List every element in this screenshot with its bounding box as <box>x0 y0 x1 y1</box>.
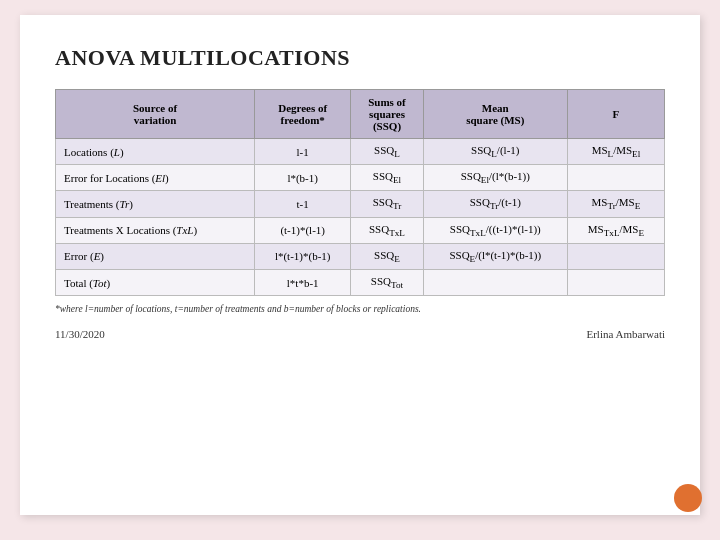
cell-ms <box>423 269 567 295</box>
cell-ms: SSQTr/(t-1) <box>423 191 567 217</box>
col-header-df: Degrees offreedom* <box>255 90 351 139</box>
footer-author: Erlina Ambarwati <box>586 328 665 340</box>
cell-ssq: SSQE <box>351 243 423 269</box>
cell-ssq: SSQEl <box>351 165 423 191</box>
cell-source: Error for Locations (El) <box>56 165 255 191</box>
anova-table: Source ofvariation Degrees offreedom* Su… <box>55 89 665 296</box>
cell-ssq: SSQL <box>351 139 423 165</box>
cell-df: (t-1)*(l-1) <box>255 217 351 243</box>
cell-source: Treatments (Tr) <box>56 191 255 217</box>
cell-df: l*t*b-1 <box>255 269 351 295</box>
cell-source: Locations (L) <box>56 139 255 165</box>
cell-ssq: SSQTxL <box>351 217 423 243</box>
footer-date: 11/30/2020 <box>55 328 105 340</box>
cell-ms: SSQE/(l*(t-1)*(b-1)) <box>423 243 567 269</box>
cell-f <box>567 269 664 295</box>
cell-ms: SSQEl/(l*(b-1)) <box>423 165 567 191</box>
table-row: Total (Tot) l*t*b-1 SSQTot <box>56 269 665 295</box>
cell-source: Treatments X Locations (TxL) <box>56 217 255 243</box>
table-row: Treatments (Tr) t-1 SSQTr SSQTr/(t-1) MS… <box>56 191 665 217</box>
cell-ssq: SSQTot <box>351 269 423 295</box>
cell-df: l*(t-1)*(b-1) <box>255 243 351 269</box>
cell-ms: SSQL/(l-1) <box>423 139 567 165</box>
cell-df: l*(b-1) <box>255 165 351 191</box>
col-header-ms: Meansquare (MS) <box>423 90 567 139</box>
cell-f: MSL/MSEl <box>567 139 664 165</box>
table-row: Treatments X Locations (TxL) (t-1)*(l-1)… <box>56 217 665 243</box>
footnote: *where l=number of locations, t=number o… <box>55 304 665 314</box>
cell-source: Error (E) <box>56 243 255 269</box>
cell-f <box>567 243 664 269</box>
col-header-source: Source ofvariation <box>56 90 255 139</box>
cell-f <box>567 165 664 191</box>
cell-df: l-1 <box>255 139 351 165</box>
table-row: Error (E) l*(t-1)*(b-1) SSQE SSQE/(l*(t-… <box>56 243 665 269</box>
cell-ms: SSQTxL/((t-1)*(l-1)) <box>423 217 567 243</box>
table-row: Error for Locations (El) l*(b-1) SSQEl S… <box>56 165 665 191</box>
col-header-ssq: Sums ofsquares(SSQ) <box>351 90 423 139</box>
page-title: ANOVA MULTILOCATIONS <box>55 45 665 71</box>
cell-ssq: SSQTr <box>351 191 423 217</box>
table-row: Locations (L) l-1 SSQL SSQL/(l-1) MSL/MS… <box>56 139 665 165</box>
cell-df: t-1 <box>255 191 351 217</box>
col-header-f: F <box>567 90 664 139</box>
cell-f: MSTr/MSE <box>567 191 664 217</box>
cell-f: MSTxL/MSE <box>567 217 664 243</box>
cell-source: Total (Tot) <box>56 269 255 295</box>
orange-circle-decoration <box>674 484 702 512</box>
